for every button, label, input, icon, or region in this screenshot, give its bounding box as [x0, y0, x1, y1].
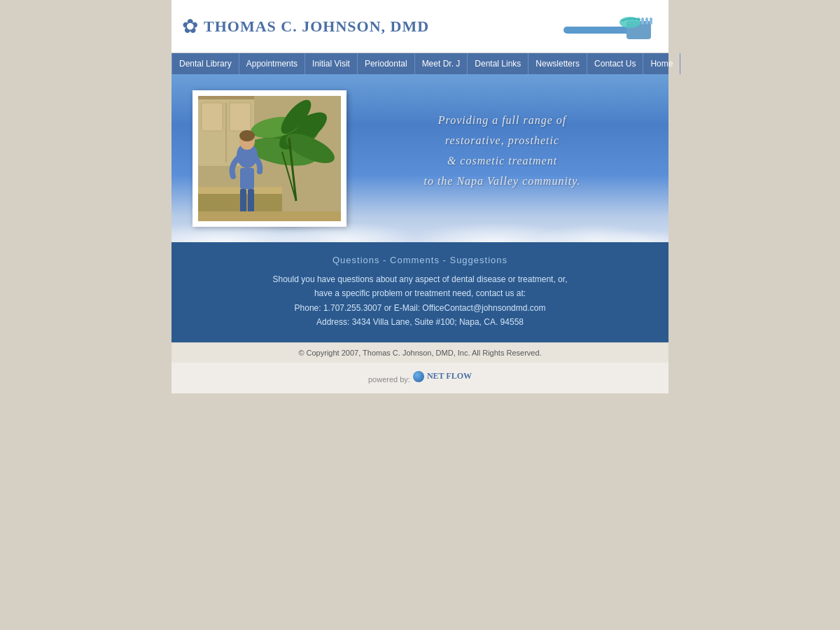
tagline-line1: Providing a full range of	[360, 111, 644, 131]
page-wrapper: ✿ Thomas C. Johnson, DMD	[172, 0, 668, 393]
tagline-line4: to the Napa Valley community.	[360, 172, 644, 192]
header: ✿ Thomas C. Johnson, DMD	[172, 0, 668, 53]
main-nav: Dental Library Appointments Initial Visi…	[172, 53, 668, 74]
copyright-text: © Copyright 2007, Thomas C. Johnson, DMD…	[298, 349, 541, 357]
svg-rect-0	[564, 27, 630, 34]
contact-line1: Should you have questions about any aspe…	[186, 272, 654, 286]
svg-point-27	[239, 130, 255, 141]
nav-home[interactable]: Home	[643, 53, 680, 74]
nav-initial-visit[interactable]: Initial Visit	[305, 53, 358, 74]
copyright-bar: © Copyright 2007, Thomas C. Johnson, DMD…	[172, 342, 668, 363]
logo-flower-icon: ✿	[182, 15, 198, 38]
svg-rect-7	[650, 18, 652, 24]
tagline-line2: restorative, prosthetic	[360, 131, 644, 151]
powered-by-section: powered by: NET FLOW	[172, 363, 668, 393]
svg-rect-30	[248, 189, 254, 221]
svg-rect-23	[198, 187, 282, 194]
netflow-globe-icon	[413, 371, 424, 382]
tagline-line3: & cosmetic treatment	[360, 151, 644, 172]
nav-newsletters[interactable]: Newsletters	[528, 53, 587, 74]
svg-rect-13	[202, 103, 223, 131]
nav-dental-library[interactable]: Dental Library	[172, 53, 239, 74]
toothbrush-image	[560, 7, 658, 46]
bottom-gray-area	[172, 393, 668, 630]
nav-dental-links[interactable]: Dental Links	[468, 53, 528, 74]
contact-address: Address: 3434 Villa Lane, Suite #100; Na…	[186, 315, 654, 329]
nav-meet-dr-j[interactable]: Meet Dr. J	[415, 53, 468, 74]
contact-phone[interactable]: Phone: 1.707.255.3007 or E-Mail: OfficeC…	[186, 301, 654, 315]
svg-rect-5	[641, 18, 644, 24]
hero-photo-frame	[192, 90, 346, 227]
logo-area: ✿ Thomas C. Johnson, DMD	[182, 15, 429, 38]
svg-rect-11	[198, 96, 254, 99]
nav-contact-us[interactable]: Contact Us	[587, 53, 643, 74]
svg-rect-31	[198, 211, 341, 221]
netflow-logo[interactable]: NET FLOW	[413, 371, 472, 382]
hero-section: Providing a full range of restorative, p…	[172, 74, 668, 242]
netflow-brand: NET FLOW	[427, 371, 472, 382]
hero-text: Providing a full range of restorative, p…	[346, 97, 658, 219]
svg-rect-14	[230, 103, 251, 131]
contact-section: Questions - Comments - Suggestions Shoul…	[172, 242, 668, 342]
hero-photo	[198, 96, 341, 221]
svg-rect-28	[240, 168, 254, 189]
powered-by-label: powered by:	[368, 375, 410, 384]
contact-section-title: Questions - Comments - Suggestions	[186, 255, 654, 265]
site-title: Thomas C. Johnson, DMD	[204, 18, 429, 36]
nav-periodontal[interactable]: Periodontal	[358, 53, 415, 74]
contact-line2: have a specific problem or treatment nee…	[186, 286, 654, 300]
svg-rect-24	[198, 194, 282, 221]
nav-appointments[interactable]: Appointments	[239, 53, 305, 74]
svg-rect-6	[645, 18, 648, 24]
svg-rect-29	[240, 189, 246, 221]
